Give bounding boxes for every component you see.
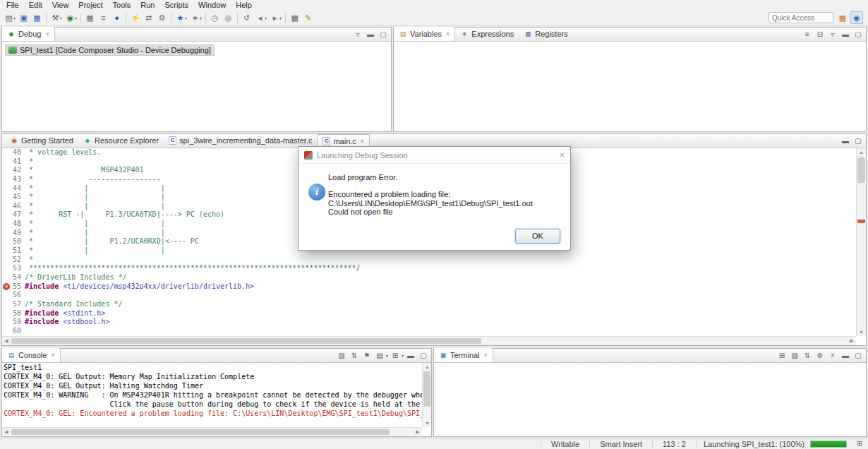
menu-view[interactable]: View <box>47 0 74 10</box>
debug-bug-icon[interactable]: ◉▾ <box>64 11 78 24</box>
console-vertical-scrollbar[interactable]: ▲ ▼ <box>422 363 431 427</box>
back-icon[interactable]: ◂▾ <box>253 11 268 24</box>
scroll-up-icon[interactable]: ▲ <box>857 148 866 156</box>
code-line[interactable]: 54/* DriverLib Includes */ <box>2 273 856 282</box>
ccs-debug-perspective-icon[interactable]: ◉ <box>850 11 863 24</box>
scroll-up-icon[interactable]: ▲ <box>423 363 432 371</box>
close-icon[interactable]: × <box>361 138 364 145</box>
menu-project[interactable]: Project <box>73 0 107 10</box>
code-line[interactable]: 56 <box>2 291 856 300</box>
tab-getting-started[interactable]: ◉Getting Started <box>5 133 78 148</box>
new-icon[interactable]: ▤▾ <box>2 11 17 24</box>
open-console-icon[interactable]: ⊞ <box>390 349 401 361</box>
disconnect-terminal-icon[interactable]: × <box>827 349 838 361</box>
menu-run[interactable]: Run <box>135 0 159 10</box>
show-type-names-icon[interactable]: ≡ <box>802 28 813 40</box>
close-icon[interactable]: × <box>446 30 450 37</box>
tab-console[interactable]: ▤ Console × <box>2 348 61 362</box>
mark-occurrences-icon[interactable]: ▩ <box>288 11 301 24</box>
close-icon[interactable]: × <box>51 352 54 359</box>
code-line[interactable]: 59#include <stdbool.h> <box>2 318 856 327</box>
menu-scripts[interactable]: Scripts <box>159 0 193 10</box>
save-all-icon[interactable]: ▦ <box>30 11 44 24</box>
scroll-right-icon[interactable]: ▶ <box>414 428 422 436</box>
dropdown-arrow-icon[interactable]: ▾ <box>386 353 388 358</box>
minimize-icon[interactable]: ▬ <box>405 349 416 361</box>
scroll-left-icon[interactable]: ◀ <box>2 337 11 345</box>
dropdown-arrow-icon[interactable]: ▾ <box>200 16 202 20</box>
editor-vertical-scrollbar[interactable]: ▲ ▼ <box>856 148 866 336</box>
dropdown-arrow-icon[interactable]: ▾ <box>265 16 267 20</box>
ok-button[interactable]: OK <box>515 229 560 244</box>
scrollbar-thumb[interactable] <box>857 157 865 183</box>
minimize-icon[interactable]: ▬ <box>365 28 376 40</box>
minimize-icon[interactable]: ▬ <box>840 135 851 146</box>
scroll-lock-icon[interactable]: ⇅ <box>802 349 813 361</box>
code-line[interactable]: 53 *************************************… <box>2 264 856 273</box>
dropdown-arrow-icon[interactable]: ▾ <box>279 16 282 20</box>
target-configuration-icon[interactable]: ⚙ <box>155 11 169 24</box>
maximize-icon[interactable]: ▢ <box>418 349 429 361</box>
memory-browser-icon[interactable]: ▦ <box>83 11 97 24</box>
ccs-edit-perspective-icon[interactable]: ▦ <box>836 11 849 24</box>
menu-window[interactable]: Window <box>193 0 231 10</box>
dropdown-arrow-icon[interactable]: ▾ <box>402 353 404 358</box>
close-icon[interactable]: × <box>484 352 488 359</box>
disassembly-icon[interactable]: ≡ <box>97 11 110 24</box>
display-selected-console-icon[interactable]: ▤ <box>374 349 385 361</box>
scrollbar-thumb[interactable] <box>11 338 481 344</box>
search-icon[interactable]: ◎ <box>222 11 235 24</box>
dropdown-arrow-icon[interactable]: ▾ <box>75 16 77 20</box>
pin-console-icon[interactable]: ⚑ <box>361 349 373 361</box>
clear-console-icon[interactable]: ▨ <box>336 349 347 361</box>
build-hammer-icon[interactable]: ⚒▾ <box>49 11 64 24</box>
scroll-down-icon[interactable]: ▼ <box>423 419 432 427</box>
maximize-icon[interactable]: ▢ <box>852 28 864 40</box>
scroll-right-icon[interactable]: ▶ <box>848 337 856 345</box>
tab-spi-3wire-incrementing-data-master-c[interactable]: Cspi_3wire_incrementing_data-master.c <box>164 133 317 148</box>
connect-target-icon[interactable]: ⇄ <box>142 11 155 24</box>
tab-terminal[interactable]: ▣ Terminal × <box>434 348 493 362</box>
tab-variables[interactable]: ▤Variables× <box>394 27 455 41</box>
tab-debug[interactable]: ◆ Debug × <box>2 27 55 41</box>
terminal-settings-icon[interactable]: ⚙ <box>814 349 826 361</box>
profile-clock-icon[interactable]: ◷ <box>208 11 222 24</box>
progress-view-icon[interactable]: ⊞ <box>854 439 865 449</box>
code-line[interactable]: ×55#include <ti/devices/msp432p4xx/drive… <box>2 282 856 292</box>
terminal-content[interactable] <box>434 363 866 436</box>
tab-expressions[interactable]: ∗Expressions <box>455 27 519 41</box>
collapse-all-icon[interactable]: ⊟ <box>814 28 826 40</box>
breakpoints-icon[interactable]: ● <box>110 11 123 24</box>
menu-edit[interactable]: Edit <box>24 0 47 10</box>
code-line[interactable]: 60 <box>2 327 856 336</box>
close-icon[interactable]: × <box>45 30 49 37</box>
forward-icon[interactable]: ▸▾ <box>268 11 283 24</box>
view-menu-icon[interactable]: ▿ <box>352 28 363 40</box>
scroll-lock-icon[interactable]: ⇅ <box>349 349 360 361</box>
tab-resource-explorer[interactable]: ◈Resource Explorer <box>78 133 164 148</box>
minimize-icon[interactable]: ▬ <box>840 349 851 361</box>
error-overview-marker[interactable] <box>857 220 865 223</box>
scrollbar-thumb[interactable] <box>11 429 390 435</box>
menu-file[interactable]: File <box>1 0 24 10</box>
code-line[interactable]: 58#include <stdint.h> <box>2 309 856 318</box>
new-breakpoint-icon[interactable]: ★▾ <box>174 11 188 24</box>
code-line[interactable]: 57/* Standard Includes */ <box>2 300 856 309</box>
minimize-icon[interactable]: ▬ <box>840 28 851 40</box>
dropdown-arrow-icon[interactable]: ▾ <box>13 16 16 20</box>
highlighter-icon[interactable]: ✎ <box>301 11 315 24</box>
close-icon[interactable]: × <box>560 150 565 160</box>
clear-terminal-icon[interactable]: ▨ <box>789 349 800 361</box>
open-terminal-icon[interactable]: ⊞ <box>776 349 788 361</box>
tab-registers[interactable]: ▦Registers <box>519 27 572 41</box>
scrollbar-thumb[interactable] <box>423 371 430 407</box>
dropdown-arrow-icon[interactable]: ▾ <box>60 16 62 20</box>
scroll-down-icon[interactable]: ▼ <box>857 328 866 336</box>
dropdown-arrow-icon[interactable]: ▾ <box>185 16 187 20</box>
last-edit-location-icon[interactable]: ↺ <box>240 11 253 24</box>
watch-expression-icon[interactable]: ∗▾ <box>188 11 203 24</box>
scroll-left-icon[interactable]: ◀ <box>2 428 11 436</box>
console-output[interactable]: SPI_test1CORTEX_M4_0: GEL Output: Memory… <box>2 363 422 427</box>
flash-device-icon[interactable]: ⚡ <box>128 11 142 24</box>
save-icon[interactable]: ▣ <box>17 11 30 24</box>
